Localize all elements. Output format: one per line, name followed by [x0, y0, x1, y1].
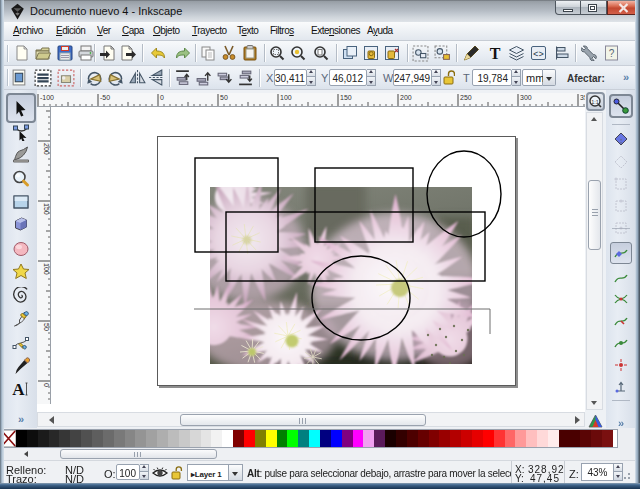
svg-text:100: 100 — [280, 94, 292, 101]
svg-text:T: T — [490, 45, 501, 61]
svg-text:-50: -50 — [100, 94, 110, 101]
svg-text:50: 50 — [220, 94, 228, 101]
svg-text:200: 200 — [400, 94, 412, 101]
svg-text:A: A — [12, 380, 25, 398]
svg-text:0: 0 — [160, 94, 164, 101]
svg-text:-100: -100 — [40, 94, 54, 101]
svg-text:350: 350 — [580, 94, 585, 101]
svg-text:0: 0 — [43, 383, 50, 387]
svg-text:300: 300 — [520, 94, 532, 101]
svg-text:<>: <> — [533, 50, 544, 60]
svg-text:1:1: 1:1 — [591, 99, 599, 105]
svg-text:?: ? — [609, 48, 615, 59]
svg-text:250: 250 — [460, 94, 472, 101]
svg-text:150: 150 — [340, 94, 352, 101]
